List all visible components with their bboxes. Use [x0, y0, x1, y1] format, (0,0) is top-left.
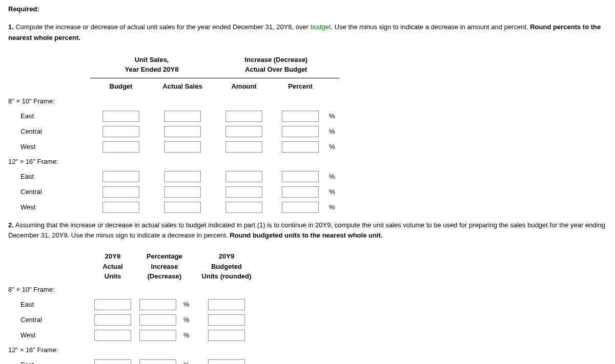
table-row: 12" × 16" Frame:: [8, 155, 339, 169]
table-1: Unit Sales, Year Ended 20Y8 Increase (De…: [8, 53, 339, 215]
pct-symbol: %: [326, 184, 339, 200]
t2-f1-central-pct[interactable]: [139, 314, 176, 326]
row-east: East: [8, 169, 90, 184]
row-central: Central: [8, 312, 90, 328]
pct-symbol: %: [180, 328, 194, 343]
t2-f1-west-pct[interactable]: [139, 330, 176, 341]
t1-col-budget: Budget: [90, 78, 152, 94]
pct-symbol: %: [326, 109, 339, 124]
t1-group-unit-sales: Unit Sales, Year Ended 20Y8: [90, 53, 213, 78]
t2-f2-east-actual[interactable]: [94, 359, 131, 364]
t1-f1-west-budget[interactable]: [102, 141, 139, 153]
row-frame1: 8" × 10" Frame:: [8, 94, 90, 109]
row-east: East: [8, 357, 90, 364]
pct-symbol: %: [326, 139, 339, 155]
table-row: West %: [8, 200, 339, 215]
t2-f2-east-budgeted[interactable]: [208, 359, 245, 364]
t1-f2-east-percent[interactable]: [282, 171, 319, 182]
t2-f1-east-budgeted[interactable]: [208, 299, 245, 310]
t1-f2-central-amount[interactable]: [225, 186, 262, 198]
row-frame2: 12" × 16" Frame:: [8, 343, 90, 357]
t2-col2: Percentage Increase (Decrease): [135, 250, 194, 283]
t2-f1-west-budgeted[interactable]: [208, 330, 245, 341]
table-row: 8" × 10" Frame:: [8, 94, 339, 109]
t1-f2-west-amount[interactable]: [225, 202, 262, 213]
pct-symbol: %: [326, 169, 339, 184]
pct-symbol: %: [326, 200, 339, 215]
t2-f1-central-actual[interactable]: [94, 314, 131, 326]
table-row: Central %: [8, 312, 259, 328]
table-row: 8" × 10" Frame:: [8, 283, 259, 297]
t1-f2-west-actual[interactable]: [164, 202, 201, 213]
row-west: West: [8, 328, 90, 343]
t1-col-percent: Percent: [275, 78, 326, 94]
t1-f1-central-budget[interactable]: [102, 126, 139, 137]
t1-f1-west-amount[interactable]: [225, 141, 262, 153]
t1-f1-east-amount[interactable]: [225, 111, 262, 122]
t1-f2-west-budget[interactable]: [102, 202, 139, 213]
t2-f1-east-actual[interactable]: [94, 299, 131, 310]
table-row: 12" × 16" Frame:: [8, 343, 259, 357]
required-heading: Required:: [8, 5, 607, 13]
budget-link[interactable]: budget: [311, 23, 331, 31]
t1-f1-east-budget[interactable]: [102, 111, 139, 122]
question-2-text: 2. Assuming that the increase or decreas…: [8, 220, 607, 242]
t1-f1-west-percent[interactable]: [282, 141, 319, 153]
row-central: Central: [8, 124, 90, 139]
t1-f1-east-actual[interactable]: [164, 111, 201, 122]
row-central: Central: [8, 184, 90, 200]
row-east: East: [8, 109, 90, 124]
q2-number: 2.: [8, 221, 14, 229]
t2-col1: 20Y8 Actual Units: [90, 250, 135, 283]
t1-f2-east-amount[interactable]: [225, 171, 262, 182]
row-east: East: [8, 297, 90, 312]
row-frame2: 12" × 16" Frame:: [8, 155, 90, 169]
t1-f1-east-percent[interactable]: [282, 111, 319, 122]
t2-col3: 20Y9 Budgeted Units (rounded): [194, 250, 260, 283]
t2-c1-l3: Units: [105, 272, 121, 280]
pct-symbol: %: [180, 312, 194, 328]
pct-symbol: %: [180, 357, 194, 364]
t2-c1-l2: Actual: [102, 263, 123, 270]
row-west: West: [8, 139, 90, 155]
t2-c3-l2: Budgeted: [211, 263, 242, 270]
pct-symbol: %: [326, 124, 339, 139]
table-row: East %: [8, 109, 339, 124]
t1-col-amount: Amount: [213, 78, 275, 94]
t2-c3-l3: Units (rounded): [202, 272, 252, 280]
row-west: West: [8, 200, 90, 215]
table-row: East %: [8, 357, 259, 364]
t1-f1-central-actual[interactable]: [164, 126, 201, 137]
t2-c2-l2: Increase: [151, 263, 178, 270]
q2-bold: Round budgeted units to the nearest whol…: [230, 231, 382, 239]
t2-f1-east-pct[interactable]: [139, 299, 176, 310]
table-row: Central %: [8, 124, 339, 139]
pct-symbol: %: [180, 297, 194, 312]
t1-f2-central-budget[interactable]: [102, 186, 139, 198]
t2-c3-l1: 20Y9: [219, 252, 234, 260]
t1-f1-central-amount[interactable]: [225, 126, 262, 137]
t1-f2-central-percent[interactable]: [282, 186, 319, 198]
t1-f2-east-budget[interactable]: [102, 171, 139, 182]
t2-f2-east-pct[interactable]: [139, 359, 176, 364]
t1-col-actual: Actual Sales: [152, 78, 213, 94]
table-row: West %: [8, 139, 339, 155]
t1-f1-west-actual[interactable]: [164, 141, 201, 153]
t1-g2-l1: Increase (Decrease): [244, 56, 308, 63]
t1-f2-east-actual[interactable]: [164, 171, 201, 182]
row-frame1: 8" × 10" Frame:: [8, 283, 90, 297]
t1-group-increase: Increase (Decrease) Actual Over Budget: [213, 53, 339, 78]
table-row: East %: [8, 169, 339, 184]
t2-f1-west-actual[interactable]: [94, 330, 131, 341]
t2-f1-central-budgeted[interactable]: [208, 314, 245, 326]
t2-c2-l1: Percentage: [147, 252, 182, 260]
t1-f1-central-percent[interactable]: [282, 126, 319, 137]
t1-g1-l1: Unit Sales,: [135, 56, 169, 63]
table-row: West %: [8, 328, 259, 343]
table-2: 20Y8 Actual Units Percentage Increase (D…: [8, 250, 259, 364]
q1-number: 1.: [8, 23, 14, 31]
q1-text-before: Compute the increase or decrease of actu…: [15, 23, 310, 31]
t1-f2-central-actual[interactable]: [164, 186, 201, 198]
t1-g2-l2: Actual Over Budget: [245, 66, 307, 73]
t1-f2-west-percent[interactable]: [282, 202, 319, 213]
